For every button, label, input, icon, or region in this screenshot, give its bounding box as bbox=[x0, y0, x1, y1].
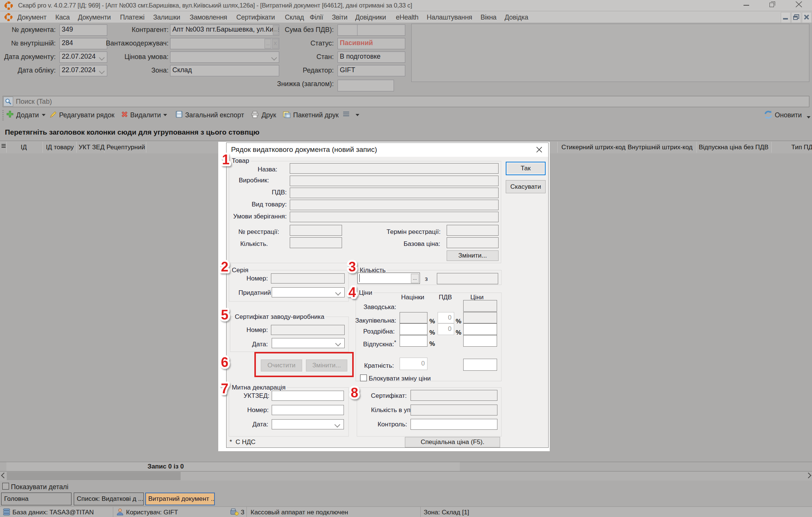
svg-text:2: 2 bbox=[221, 259, 228, 274]
svg-text:5: 5 bbox=[221, 307, 228, 323]
svg-text:8: 8 bbox=[351, 385, 358, 400]
svg-text:6: 6 bbox=[221, 355, 228, 370]
svg-text:4: 4 bbox=[348, 285, 356, 300]
svg-text:1: 1 bbox=[222, 152, 230, 167]
svg-text:3: 3 bbox=[348, 259, 356, 274]
svg-text:7: 7 bbox=[221, 381, 228, 396]
